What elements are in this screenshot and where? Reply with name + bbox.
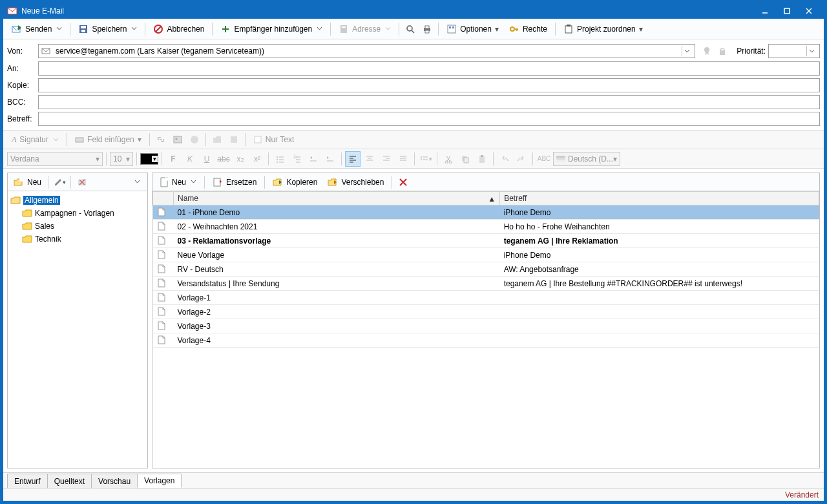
cc-input[interactable] — [38, 78, 820, 92]
col-subject[interactable]: Betreff — [500, 192, 819, 205]
svg-rect-27 — [567, 25, 571, 26]
subject-input[interactable] — [38, 112, 820, 126]
svg-rect-32 — [174, 136, 182, 143]
italic-button: K — [182, 151, 198, 167]
tab-draft[interactable]: Entwurf — [7, 474, 48, 488]
table-row[interactable]: 03 - Reklamationsvorlageteganem AG | Ihr… — [153, 234, 819, 248]
rights-button[interactable]: Rechte — [505, 21, 552, 37]
plain-text-button: Nur Text — [249, 131, 298, 148]
new-folder-icon: * — [14, 178, 24, 187]
sort-asc-icon: ▲ — [488, 194, 496, 204]
cell-subject: iPhone Demo — [500, 205, 819, 220]
svg-point-41 — [277, 162, 278, 163]
cell-name: RV - Deutsch — [174, 262, 500, 277]
move-folder-icon — [328, 178, 338, 187]
table-row[interactable]: Vorlage-2 — [153, 305, 819, 319]
send-button[interactable]: Senden — [7, 21, 67, 37]
link-icon — [153, 132, 169, 147]
cut-button — [441, 151, 456, 167]
superscript-button: x² — [249, 151, 265, 167]
new-file-icon: * — [160, 177, 169, 187]
signature-button: ASignatur — [7, 131, 63, 148]
search-button[interactable] — [403, 21, 418, 37]
maximize-button[interactable] — [776, 4, 798, 18]
svg-point-39 — [277, 159, 278, 160]
tree-item[interactable]: Kampagnen - Vorlagen — [9, 207, 146, 220]
tab-templates[interactable]: Vorlagen — [137, 474, 182, 488]
template-toolbar: *Neu Ersetzen Kopieren Verschieben — [152, 173, 819, 191]
align-justify-button — [395, 151, 411, 167]
align-left-button[interactable] — [345, 151, 361, 167]
color-picker[interactable]: ▾ — [140, 153, 158, 165]
options-button[interactable]: Optionen▾ — [442, 21, 503, 37]
table-row[interactable]: 01 - iPhone DemoiPhone Demo — [153, 205, 819, 220]
tree-label: Sales — [35, 222, 54, 231]
chevron-down-icon — [317, 26, 322, 32]
to-label: An: — [7, 64, 38, 73]
priority-select[interactable] — [768, 44, 820, 58]
edit-folder-button[interactable]: ▾ — [52, 174, 67, 190]
cell-subject — [500, 305, 819, 319]
subscript-button: x₂ — [233, 151, 248, 167]
bold-button: F — [165, 151, 181, 167]
svg-rect-21 — [449, 26, 451, 28]
delete-template-button[interactable] — [395, 174, 411, 190]
copy-folder-icon — [273, 178, 283, 187]
table-row[interactable]: 02 - Weihnachten 2021Ho ho ho - Frohe We… — [153, 220, 819, 234]
project-icon — [563, 24, 574, 34]
folder-icon — [22, 209, 32, 218]
table-row[interactable]: Neue VorlageiPhone Demo — [153, 248, 819, 262]
cc-label: Kopie: — [7, 81, 38, 90]
move-template-button[interactable]: Verschieben — [323, 174, 388, 191]
size-select: 10▾ — [110, 152, 133, 166]
folder-dropdown-button[interactable] — [129, 174, 145, 190]
bcc-input[interactable] — [38, 95, 820, 109]
from-icon — [41, 47, 52, 56]
save-button[interactable]: Speichern — [74, 21, 141, 37]
table-row[interactable]: Versandstatus | Ihre Sendungteganem AG |… — [153, 277, 819, 291]
print-icon — [422, 24, 432, 34]
print-button[interactable] — [419, 21, 435, 37]
delete-icon — [399, 178, 408, 187]
new-template-button[interactable]: *Neu — [155, 174, 201, 191]
tree-label: Technik — [35, 235, 61, 244]
chevron-down-icon — [56, 26, 62, 32]
file-icon — [157, 207, 166, 216]
assign-project-button[interactable]: Projekt zuordnen▾ — [559, 21, 647, 37]
table-row[interactable]: Vorlage-3 — [153, 319, 819, 333]
language-select: Deutsch (D...▾ — [553, 152, 620, 166]
bcc-label: BCC: — [7, 98, 38, 107]
subject-label: Betreff: — [7, 114, 38, 123]
main-toolbar: Senden Speichern Abbrechen Empfänger hin… — [3, 19, 824, 39]
table-row[interactable]: Vorlage-1 — [153, 291, 819, 305]
save-attachment-icon — [226, 132, 242, 147]
tab-preview[interactable]: Vorschau — [91, 474, 138, 488]
new-folder-button[interactable]: * Neu — [10, 174, 45, 191]
col-name[interactable]: Name▲ — [174, 192, 500, 205]
from-select[interactable]: service@teganem.com (Lars Kaiser (tegane… — [38, 44, 695, 58]
status-modified: Verändert — [785, 490, 819, 499]
tree-item[interactable]: Allgemein — [9, 194, 146, 207]
table-row[interactable]: Vorlage-4 — [153, 333, 819, 348]
to-input[interactable] — [38, 61, 820, 76]
cell-subject: teganem AG | Ihre Bestellung ##TRACKINGO… — [500, 277, 819, 291]
paste-button — [474, 151, 490, 167]
cell-subject: AW: Angebotsanfrage — [500, 262, 819, 277]
replace-button[interactable]: Ersetzen — [208, 174, 261, 191]
add-recipient-button[interactable]: Empfänger hinzufügen — [216, 21, 327, 37]
tree-item[interactable]: Sales — [9, 220, 146, 233]
table-row[interactable]: RV - DeutschAW: Angebotsanfrage — [153, 262, 819, 277]
save-icon — [78, 24, 89, 34]
indent-button — [322, 151, 338, 167]
emoji-icon — [187, 132, 202, 147]
tab-source[interactable]: Quelltext — [47, 474, 92, 488]
field-icon — [75, 135, 84, 144]
minimize-button[interactable] — [754, 4, 776, 18]
svg-point-15 — [407, 26, 412, 31]
copy-template-button[interactable]: Kopieren — [268, 174, 322, 191]
cell-subject — [500, 291, 819, 305]
col-icon[interactable] — [153, 192, 174, 205]
close-button[interactable] — [798, 4, 820, 18]
tree-item[interactable]: Technik — [9, 233, 146, 246]
cancel-button[interactable]: Abbrechen — [149, 21, 209, 37]
